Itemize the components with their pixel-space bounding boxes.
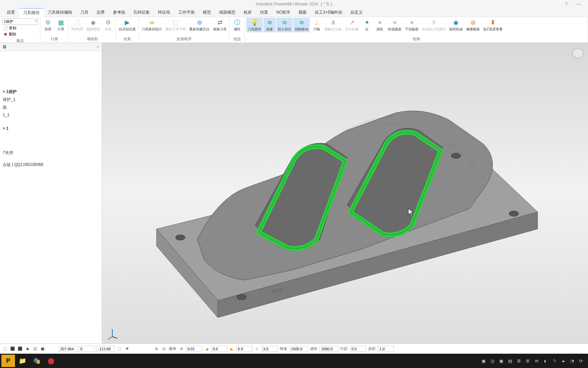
explorer-tree[interactable]: > 1保护 保护_1 面 1_1 > 1 7夹持 合徒 | QQ11952360… [0,51,102,171]
connect-toggle[interactable]: ≋ 连接 [263,18,276,32]
entry-exit-toggle[interactable]: ≋ 切入切出 [276,18,293,32]
coord-x-field[interactable] [59,346,77,352]
close-icon[interactable]: × [97,45,99,49]
tree-item[interactable]: 1_1 [3,111,99,118]
tree-item[interactable]: > 1 [3,125,99,132]
cut-move-toggle[interactable]: ≋ 切削移动 [293,18,310,32]
delete-action[interactable]: ✖ 删除 [2,31,38,37]
collision-section-button[interactable]: ⊘ 碰撞截面 [465,18,481,32]
tree-item[interactable]: 保护_1 [3,96,99,104]
feed-field[interactable] [320,346,338,352]
tool-axis-button[interactable]: ⟂ 刀轴 [310,18,323,32]
settings-button[interactable]: ⚙ 设置 [42,18,54,32]
tab-feature-group[interactable]: 特征组 [154,8,174,17]
toolpath-stat-button[interactable]: ⫘ 刀具路径统计 [140,18,163,32]
start-sim-button[interactable]: ▶ 自开始仿真 [117,18,137,32]
calculate-button[interactable]: ▦ 计算 [55,18,67,32]
grid-icon-2[interactable]: ⊟ [161,346,167,352]
feed-button[interactable]: ≈ 进给 [374,18,386,32]
angle1-field[interactable] [211,346,227,352]
3d-viewport[interactable]: 81M [102,43,588,343]
tab-settings[interactable]: 设置 [3,8,19,17]
lock-icon[interactable]: ⬚ [116,346,122,352]
step-field[interactable] [350,346,366,352]
powermill-taskbar-icon[interactable]: P [1,355,15,367]
tree-item[interactable]: 7夹持 [3,149,99,157]
app-icon-2[interactable]: ⬤ [44,355,58,367]
tray-icon[interactable]: ✉ [534,358,540,364]
app-icon-1[interactable]: 🎭 [30,355,44,367]
tab-hole-feature[interactable]: 孔特征集 [129,8,154,17]
status-icon-6[interactable]: ▦ [39,346,46,352]
tab-boundary[interactable]: 边界 [93,8,109,17]
tree-item[interactable]: > 1保护 [3,88,99,96]
tray-ime-icon[interactable]: ㄅ [551,358,557,364]
tab-custom[interactable]: 自定义 [346,8,367,17]
tree-item[interactable]: 合徒 | QQ1195236068 [3,161,99,169]
tab-toolpath-edit[interactable]: 刀具路径编辑 [44,8,76,17]
nc-program-button[interactable]: 📄 NC程序 [70,18,84,32]
tray-icon[interactable]: ⛨ [516,358,522,364]
tray-icon[interactable]: ⏵ [542,358,549,364]
file-explorer-icon[interactable]: 📁 [16,355,29,367]
coord-z-field[interactable] [96,346,115,352]
angle2-field[interactable] [236,346,252,352]
viewport-check-button[interactable]: ⬍ 按Z高度查看 [482,18,504,32]
grid-icon-1[interactable]: ⊞ [153,346,159,352]
tab-tool[interactable]: 刀具 [76,8,93,17]
fast-curve-button[interactable]: ≈ 快进曲面 [387,18,403,32]
help-icon[interactable]: ? [565,1,568,7]
connect-icon: ≋ [265,18,274,27]
properties-button[interactable]: ⓘ 属性 [231,18,243,32]
spiral-button[interactable]: ◉ 旋转轨迹 [448,18,464,32]
tray-icon[interactable]: ▤ [507,358,513,364]
tab-view[interactable]: 视图 [294,8,311,17]
status-icon-4[interactable]: ◈ [24,346,31,352]
angle-icon-3[interactable]: ∠ [254,346,260,352]
status-icon-2[interactable]: ⬛ [10,346,16,352]
step2-field[interactable] [378,346,394,352]
tray-icon[interactable]: ▣ [498,358,504,364]
tray-icon[interactable]: ◎ [489,358,495,364]
svg-line-9 [108,337,112,339]
tab-model[interactable]: 模型 [199,8,215,17]
tab-plugin[interactable]: 连工3+5轴外挂 [311,8,346,17]
tray-icon[interactable]: ⛨ [525,358,531,364]
minimize-icon[interactable]: — [576,1,581,7]
tray-icon[interactable]: ▣ [480,358,487,364]
status-icon-5[interactable]: ◫ [32,346,38,352]
axis-icon[interactable]: ✛ [124,346,130,352]
tray-icon[interactable]: ◔ [569,358,575,364]
angle-icon-2[interactable]: ◣ [229,346,235,352]
change-tool-button[interactable]: ⇄ 替换刀具 [212,18,228,32]
tolerance-field[interactable] [186,346,202,352]
tab-residual[interactable]: 残留模型 [215,8,240,17]
status-bar: ⬚ ⬛ ⬛ ◈ ◫ ▦ ⬚ ✛ ⊞ ⊟ 毫米 ⊕ ◢ ◣ ∠ 转速 进给 行距 … [0,343,588,354]
tab-workplane[interactable]: 工作平面 [174,8,199,17]
tab-toolpath[interactable]: 刀具路径 [19,8,44,17]
group-label-calculate: 计算 [42,36,67,42]
tab-machine[interactable]: 机床 [240,8,256,17]
status-icon-3[interactable]: ⬛ [17,346,23,352]
toolpath-toggle[interactable]: 💡 刀具路径 [246,18,263,32]
tray-icon[interactable]: ⏶ [560,358,566,364]
angle-icon-1[interactable]: ◢ [203,346,210,352]
tab-simulation[interactable]: 仿真 [256,8,272,17]
view-cube[interactable] [571,46,585,60]
active-toolpath-dropdown[interactable]: 1保护 [2,18,38,25]
tree-item[interactable]: 面 [3,104,99,111]
info-icon: ⓘ [233,18,241,27]
tolerance-icon[interactable]: ⊕ [178,346,184,352]
speed-field[interactable] [289,346,308,352]
residual-icon: ◆ [89,18,97,27]
recreate-hole-button[interactable]: ⊚ 重新创建孔位 [188,18,211,32]
point-button[interactable]: ✦ 点 [361,18,373,32]
copy-action[interactable]: 📄 复制 [2,25,38,31]
coord-y-field[interactable] [79,346,95,352]
volume-icon[interactable]: ⟳ [578,358,584,364]
lower-curve-button[interactable]: ≈ 下切曲面 [404,18,420,32]
tab-reference[interactable]: 参考线 [109,8,129,17]
system-tray[interactable]: ▣ ◎ ▣ ▤ ⛨ ⛨ ✉ ⏵ ㄅ ⏶ ◔ ⟳ [480,358,587,364]
status-icon-1[interactable]: ⬚ [2,346,8,352]
tab-nc-program[interactable]: NC程序 [272,8,294,17]
